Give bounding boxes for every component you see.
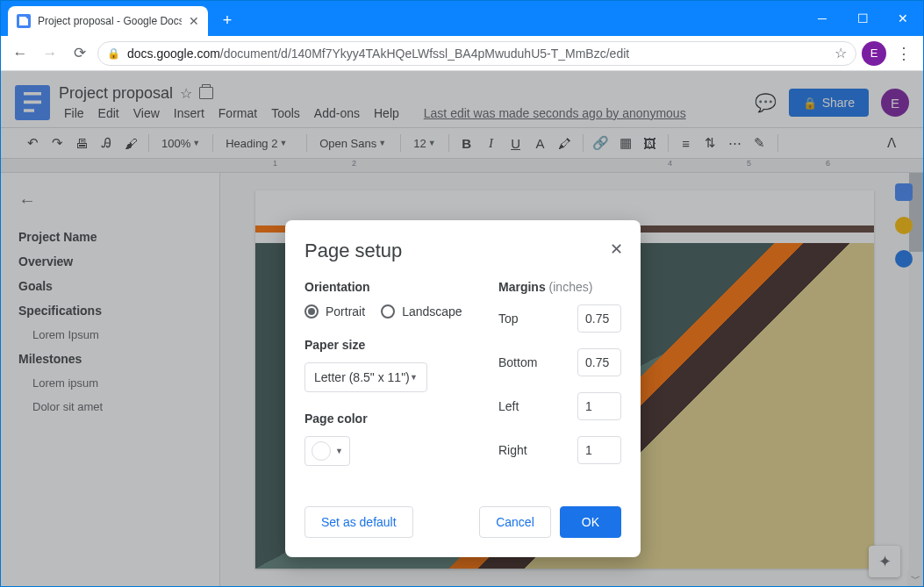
bookmark-star-icon[interactable]: ☆ — [834, 45, 847, 61]
orientation-label: Orientation — [304, 280, 481, 294]
radio-checked-icon — [304, 304, 319, 319]
margin-left-input[interactable] — [577, 392, 621, 420]
margin-left-label: Left — [498, 399, 519, 413]
page-color-label: Page color — [304, 412, 481, 426]
browser-menu-button[interactable]: ⋮ — [892, 44, 916, 63]
window-minimize-button[interactable]: ─ — [802, 1, 842, 36]
chevron-down-icon: ▼ — [335, 447, 343, 455]
margin-right-input[interactable] — [577, 436, 621, 464]
docs-favicon — [17, 14, 31, 28]
browser-toolbar: ← → ⟳ 🔒 docs.google.com/document/d/140Mf… — [1, 36, 923, 71]
window-close-button[interactable]: ✕ — [883, 1, 923, 36]
paper-size-select[interactable]: Letter (8.5" x 11") ▼ — [304, 362, 427, 392]
profile-avatar[interactable]: E — [862, 41, 886, 66]
margin-top-input[interactable] — [577, 304, 621, 333]
margin-top-label: Top — [498, 311, 519, 326]
margin-right-label: Right — [498, 443, 527, 457]
color-swatch-white — [312, 441, 331, 461]
orientation-portrait-radio[interactable]: Portrait — [304, 304, 365, 319]
google-docs-app: Project proposal ☆ File Edit View Insert… — [1, 71, 923, 586]
ok-button[interactable]: OK — [560, 506, 621, 538]
browser-tab[interactable]: Project proposal - Google Docs ✕ — [8, 6, 208, 36]
new-tab-button[interactable]: + — [215, 8, 240, 32]
url-host: docs.google.com — [127, 47, 220, 61]
back-button[interactable]: ← — [8, 41, 32, 66]
lock-icon: 🔒 — [107, 47, 120, 60]
url-path: /document/d/140Mf7Ykyy4TAkHQeLWfssl_BA4p… — [220, 47, 629, 61]
tab-title: Project proposal - Google Docs — [38, 15, 182, 27]
chevron-down-icon: ▼ — [410, 373, 418, 382]
cancel-button[interactable]: Cancel — [479, 506, 551, 538]
dialog-title: Page setup — [304, 240, 621, 262]
address-bar[interactable]: 🔒 docs.google.com/document/d/140Mf7Ykyy4… — [97, 41, 856, 66]
page-setup-dialog: Page setup ✕ Orientation Portrait Landsc… — [285, 220, 641, 557]
orientation-landscape-radio[interactable]: Landscape — [381, 304, 462, 319]
margins-label: Margins (inches) — [498, 280, 621, 294]
margin-bottom-input[interactable] — [577, 348, 621, 376]
set-as-default-button[interactable]: Set as default — [304, 506, 413, 538]
window-maximize-button[interactable]: ☐ — [842, 1, 883, 36]
margin-bottom-label: Bottom — [498, 355, 537, 369]
forward-button[interactable]: → — [38, 41, 62, 66]
paper-size-label: Paper size — [304, 338, 481, 352]
reload-button[interactable]: ⟳ — [68, 41, 92, 66]
browser-titlebar: Project proposal - Google Docs ✕ + ─ ☐ ✕ — [1, 1, 923, 36]
page-color-select[interactable]: ▼ — [304, 436, 350, 466]
radio-unchecked-icon — [381, 304, 395, 319]
tab-close-icon[interactable]: ✕ — [189, 14, 199, 28]
dialog-close-icon[interactable]: ✕ — [610, 240, 623, 259]
